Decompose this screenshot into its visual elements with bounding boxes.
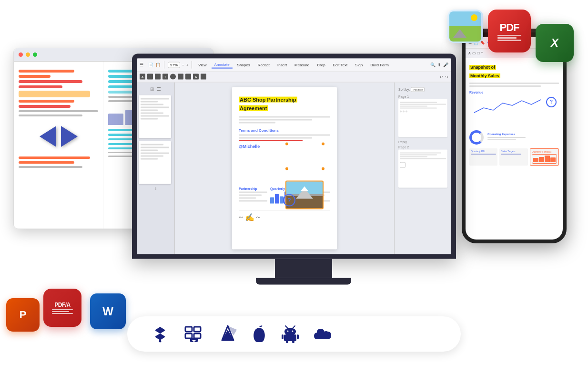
mobile-bottom-sections: Quarterly P&L Sales Targets Quarterly Fo… (469, 148, 559, 166)
type-tool-icon[interactable]: T (162, 74, 168, 80)
marker-tool-icon[interactable] (185, 74, 191, 80)
pdfa-icon-lines (52, 309, 73, 314)
android-icon[interactable] (282, 325, 299, 343)
mic-icon[interactable]: 🎤 (443, 63, 448, 67)
sf-rect-bl (185, 334, 192, 338)
font-a-icon[interactable]: A (193, 74, 199, 80)
browser-line-6 (19, 105, 71, 108)
rt1-dots (400, 110, 446, 112)
search-icon[interactable]: 🔍 (430, 63, 436, 67)
underline-tool-icon[interactable] (201, 74, 206, 80)
browser-line-1 (19, 70, 74, 73)
list-icon[interactable]: ☰ (157, 86, 161, 91)
pdf-app-icon: PDF (488, 10, 531, 52)
mobile-question-icon: ? (546, 97, 557, 107)
page-icon[interactable]: 📄 (148, 63, 153, 67)
right-panel: Sort by: Position Page 1 (394, 82, 451, 254)
hamburger-icon[interactable]: ☰ (140, 63, 143, 67)
mobile-line-1 (469, 83, 559, 84)
tab-sign[interactable]: Sign (352, 62, 365, 68)
rt1-line-4 (400, 107, 437, 108)
undo-icon[interactable]: ↩ (440, 74, 443, 79)
zoom-level[interactable]: 97% (168, 62, 180, 68)
sharefile-icon[interactable] (183, 325, 204, 343)
thumb-1-lines (139, 95, 171, 122)
cloud-path (314, 329, 331, 339)
rt2-line-4 (400, 158, 446, 159)
tab-insert[interactable]: Insert (274, 62, 290, 68)
thumbnail-1[interactable] (139, 95, 171, 138)
right-thumb-2[interactable] (398, 149, 447, 188)
mobile-expenses-content: Operating Expenses (487, 133, 526, 142)
tab-edittext[interactable]: Edit Text (330, 62, 351, 68)
tl-1 (141, 98, 169, 99)
image-app-icon (447, 10, 483, 43)
sun-decoration (471, 14, 477, 21)
page-number-3: 3 (139, 187, 172, 190)
android-arm-r (297, 334, 299, 339)
browser-left-col (14, 62, 103, 229)
tab-view[interactable]: View (195, 62, 209, 68)
doc-body-lines (239, 116, 330, 123)
doc-subtitle: Agreement (239, 105, 268, 111)
tab-crop[interactable]: Crop (314, 62, 328, 68)
pencil-tool-icon[interactable] (170, 74, 176, 80)
mobile-ql-title: Quarterly P&L (471, 150, 496, 153)
tab-annotate[interactable]: Annotate (212, 61, 233, 68)
separator-1 (164, 61, 164, 69)
right-thumb-1[interactable] (398, 99, 447, 137)
mbar-3 (545, 156, 550, 162)
tl-6 (141, 112, 163, 114)
thumbnail-2[interactable] (139, 141, 171, 184)
onedrive-icon[interactable] (313, 325, 337, 343)
android-eye-r (292, 331, 294, 332)
sort-label: Sort by: (398, 88, 410, 91)
tab-buildform[interactable]: Build Form (367, 62, 392, 68)
redo-icon[interactable]: ↪ (445, 74, 448, 79)
gdrive-icon[interactable] (219, 325, 237, 343)
rt1-dot-1 (400, 110, 402, 112)
viewer-toolbar-main: ☰ 📄 📋 97% − + View Annotate Shapes Redac… (137, 58, 451, 72)
file-format-icons: P PDF/A W (13, 289, 126, 327)
layout-icon[interactable]: ⊞ (150, 86, 154, 91)
zoom-in-icon[interactable]: + (186, 63, 189, 67)
rt1-line-1 (400, 102, 437, 103)
browser-close-dot[interactable] (19, 52, 23, 57)
monitor-base (256, 278, 351, 284)
chart-line (474, 100, 541, 113)
zoom-out-icon[interactable]: − (182, 63, 184, 67)
mobile-revenue-title: Revenue (469, 91, 559, 94)
rt2-line-2 (400, 154, 437, 155)
mobile-expenses-title: Operating Expenses (487, 133, 526, 136)
tab-shapes[interactable]: Shapes (234, 62, 253, 68)
sf-rect-tl (185, 327, 192, 332)
tab-measure[interactable]: Measure (292, 62, 312, 68)
browser-maximize-dot[interactable] (33, 52, 37, 57)
apple-icon[interactable] (251, 325, 267, 343)
tab-redact[interactable]: Redact (255, 62, 273, 68)
browser-arrows (19, 126, 98, 147)
image-icon-inner (449, 11, 482, 42)
viewer-content-area: ⊞ ☰ (137, 82, 451, 254)
android-ant-r (293, 326, 295, 328)
thumb-nav: ⊞ ☰ (139, 86, 172, 91)
share-icon[interactable]: ⬆ (437, 63, 441, 67)
rt1-dot-2 (403, 110, 405, 112)
highlight-tool-icon[interactable] (147, 74, 153, 80)
rt2-checkbox[interactable] (400, 162, 406, 167)
terms-title: Terms and Conditions (239, 128, 330, 132)
browser-line-4 (19, 85, 62, 88)
tl-2 (141, 101, 158, 102)
dropbox-icon[interactable] (151, 325, 169, 343)
eraser-tool-icon[interactable] (178, 74, 183, 80)
sort-dropdown[interactable]: Position (411, 87, 425, 92)
pdfa-line-2 (52, 311, 69, 312)
doc-icon[interactable]: 📋 (155, 63, 161, 67)
browser-line-7 (19, 110, 98, 112)
tl2-5 (141, 155, 163, 156)
browser-minimize-dot[interactable] (26, 52, 30, 57)
monitor-screen: ☰ 📄 📋 97% − + View Annotate Shapes Redac… (132, 53, 456, 259)
android-eye-l (287, 331, 289, 332)
shape-tool-icon[interactable] (155, 74, 161, 80)
text-tool-icon[interactable]: A (140, 74, 145, 80)
